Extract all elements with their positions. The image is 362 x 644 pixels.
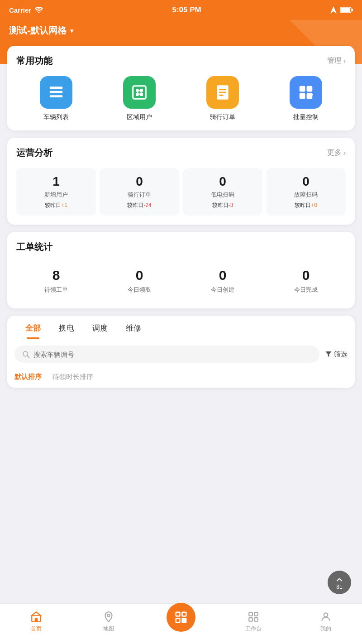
stat-fault-label: 故障扫码 bbox=[270, 191, 342, 199]
nav-scan[interactable] bbox=[163, 612, 199, 632]
sort-default[interactable]: 默认排序 bbox=[14, 373, 42, 381]
svg-rect-15 bbox=[219, 95, 224, 96]
sort-row: 默认排序 待领时长排序 bbox=[7, 369, 355, 388]
svg-marker-22 bbox=[325, 351, 331, 357]
wo-today-created-number: 0 bbox=[185, 268, 261, 283]
stat-new-users-change: 较昨日+1 bbox=[20, 202, 92, 209]
wo-today-done-label: 今日完成 bbox=[268, 286, 344, 294]
svg-rect-2 bbox=[352, 9, 353, 11]
work-order-stats-card: 工单统计 8 待领工单 0 今日领取 0 今日创建 0 今日完成 bbox=[7, 232, 355, 308]
work-order-tabs-card: 全部 换电 调度 维修 筛选 默认排序 待领时长排序 bbox=[7, 316, 355, 388]
svg-rect-3 bbox=[50, 87, 63, 89]
riding-orders-icon-bg bbox=[206, 76, 239, 109]
chevron-right-icon-2: › bbox=[343, 149, 346, 157]
filter-label: 筛选 bbox=[334, 350, 348, 359]
main-content: 常用功能 管理 › 车辆列表 bbox=[0, 46, 362, 440]
stat-new-users[interactable]: 1 新增用户 较昨日+1 bbox=[16, 168, 96, 216]
search-row: 筛选 bbox=[7, 339, 355, 369]
quick-item-vehicle-list[interactable]: 车辆列表 bbox=[16, 76, 96, 121]
status-left: Carrier bbox=[9, 6, 43, 14]
stat-low-battery[interactable]: 0 低电扫码 较昨日-3 bbox=[183, 168, 262, 216]
svg-rect-14 bbox=[219, 91, 226, 93]
workorder-grid: 8 待领工单 0 今日领取 0 今日创建 0 今日完成 bbox=[16, 262, 346, 299]
work-order-title: 工单统计 bbox=[16, 241, 52, 253]
back-to-top-button[interactable]: 81 bbox=[328, 571, 351, 594]
carrier-label: Carrier bbox=[9, 6, 31, 14]
status-right bbox=[330, 6, 353, 14]
batch-control-icon-bg bbox=[290, 76, 322, 109]
wo-pending-label: 待领工单 bbox=[18, 286, 94, 294]
tab-repair[interactable]: 维修 bbox=[117, 316, 150, 339]
quick-functions-card: 常用功能 管理 › 车辆列表 bbox=[7, 46, 355, 130]
operations-more[interactable]: 更多 › bbox=[327, 148, 346, 158]
quick-functions-title: 常用功能 bbox=[16, 55, 52, 67]
batch-control-label: 批量控制 bbox=[293, 113, 319, 121]
stat-low-battery-label: 低电扫码 bbox=[186, 191, 259, 199]
location-icon bbox=[330, 6, 337, 14]
stat-riding-change: 较昨日-24 bbox=[103, 202, 176, 209]
quick-functions-manage[interactable]: 管理 › bbox=[327, 56, 346, 66]
svg-rect-30 bbox=[185, 618, 186, 620]
riding-orders-icon bbox=[214, 84, 231, 101]
quick-item-zone-users[interactable]: 区域用户 bbox=[100, 76, 179, 121]
wo-today-done[interactable]: 0 今日完成 bbox=[266, 262, 346, 299]
tab-battery[interactable]: 换电 bbox=[50, 316, 83, 339]
wo-pending[interactable]: 8 待领工单 bbox=[16, 262, 96, 299]
svg-rect-35 bbox=[249, 618, 252, 621]
back-to-top-count: 81 bbox=[336, 584, 342, 590]
quick-grid: 车辆列表 区域用户 bbox=[16, 76, 346, 121]
tabs-row: 全部 换电 调度 维修 bbox=[7, 316, 355, 339]
svg-rect-31 bbox=[182, 620, 184, 622]
stat-riding-orders[interactable]: 0 骑行订单 较昨日-24 bbox=[100, 168, 179, 216]
svg-rect-1 bbox=[341, 8, 350, 12]
stat-riding-number: 0 bbox=[103, 174, 176, 189]
battery-icon bbox=[340, 7, 353, 13]
riding-orders-label: 骑行订单 bbox=[210, 113, 235, 121]
svg-rect-36 bbox=[254, 618, 258, 621]
quick-functions-header: 常用功能 管理 › bbox=[16, 55, 346, 67]
map-icon bbox=[102, 610, 115, 623]
nav-workbench[interactable]: 工作台 bbox=[235, 610, 272, 633]
quick-item-riding-orders[interactable]: 骑行订单 bbox=[183, 76, 262, 121]
wo-today-claimed[interactable]: 0 今日领取 bbox=[100, 262, 179, 299]
stat-fault-scan[interactable]: 0 故障扫码 较昨日+0 bbox=[266, 168, 346, 216]
wo-today-created[interactable]: 0 今日创建 bbox=[183, 262, 262, 299]
svg-rect-33 bbox=[249, 612, 252, 616]
svg-rect-24 bbox=[35, 618, 38, 622]
stat-low-battery-change: 较昨日-3 bbox=[186, 202, 259, 209]
zone-users-icon bbox=[131, 84, 148, 101]
svg-point-11 bbox=[138, 91, 141, 94]
filter-button[interactable]: 筛选 bbox=[325, 350, 348, 359]
stat-riding-label: 骑行订单 bbox=[103, 191, 176, 199]
nav-mine[interactable]: 我的 bbox=[308, 610, 344, 633]
scan-icon bbox=[174, 610, 188, 624]
quick-item-batch-control[interactable]: 批量控制 bbox=[266, 76, 346, 121]
filter-icon bbox=[325, 351, 332, 358]
svg-point-37 bbox=[324, 613, 328, 617]
search-icon bbox=[22, 350, 30, 358]
scan-button[interactable] bbox=[167, 603, 195, 632]
tab-dispatch[interactable]: 调度 bbox=[83, 316, 117, 339]
header-chevron-icon: ▾ bbox=[70, 27, 73, 34]
wo-today-done-number: 0 bbox=[268, 268, 344, 283]
tab-all[interactable]: 全部 bbox=[16, 316, 50, 339]
vehicle-list-label: 车辆列表 bbox=[43, 113, 69, 121]
sort-waiting[interactable]: 待领时长排序 bbox=[52, 373, 93, 381]
work-order-header: 工单统计 bbox=[16, 241, 346, 253]
mine-icon bbox=[319, 610, 332, 623]
zone-users-icon-bg bbox=[123, 76, 156, 109]
zone-users-label: 区域用户 bbox=[127, 113, 152, 121]
svg-rect-17 bbox=[307, 86, 313, 92]
nav-workbench-label: 工作台 bbox=[245, 625, 262, 633]
svg-rect-18 bbox=[300, 93, 305, 99]
arrow-up-icon bbox=[335, 575, 344, 584]
svg-rect-5 bbox=[50, 95, 63, 97]
nav-home[interactable]: 首页 bbox=[18, 610, 54, 633]
nav-map[interactable]: 地图 bbox=[90, 610, 127, 633]
operations-stats-grid: 1 新增用户 较昨日+1 0 骑行订单 较昨日-24 0 低电扫码 较昨日-3 bbox=[16, 168, 346, 216]
wo-pending-number: 8 bbox=[18, 268, 94, 283]
search-input[interactable] bbox=[33, 351, 312, 358]
search-input-wrap[interactable] bbox=[14, 346, 319, 363]
header-title[interactable]: 测试-默认网格 ▾ bbox=[9, 24, 353, 37]
home-icon bbox=[30, 610, 43, 623]
